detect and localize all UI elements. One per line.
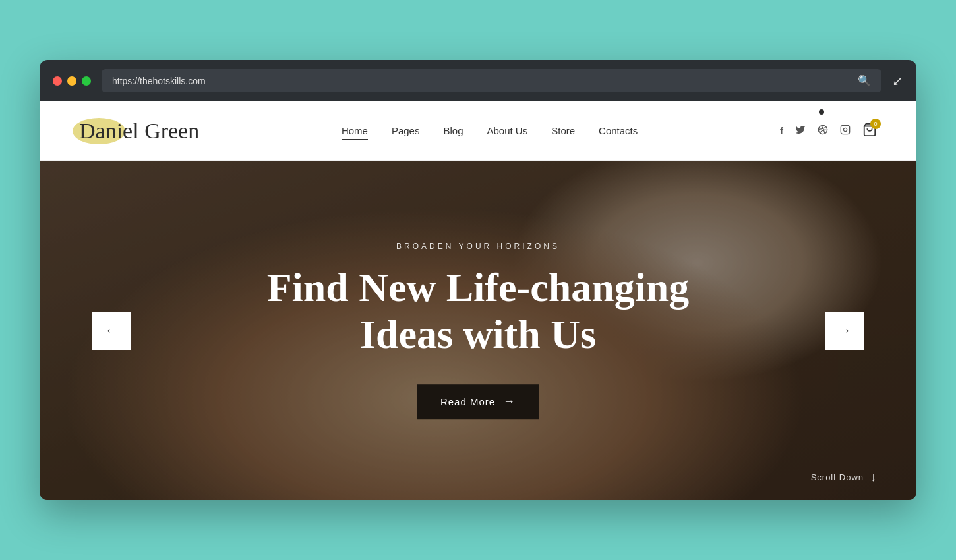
twitter-icon[interactable]: [795, 125, 806, 138]
site-header: Daniel Green Home Pages Blog About Us St…: [40, 101, 916, 161]
nav-item-blog[interactable]: Blog: [443, 125, 463, 136]
hero-content: BROADEN YOUR HORIZONS Find New Life-chan…: [40, 242, 916, 420]
browser-window: https://thehotskills.com 🔍 ⤢ Daniel Gree…: [40, 60, 916, 500]
logo-text: Daniel Green: [79, 119, 199, 144]
cart-button[interactable]: 0: [862, 123, 877, 140]
scroll-down-label: Scroll Down: [811, 472, 864, 482]
logo[interactable]: Daniel Green: [79, 119, 199, 144]
search-icon: 🔍: [858, 74, 871, 87]
instagram-icon[interactable]: [840, 125, 851, 138]
nav-item-home[interactable]: Home: [342, 125, 368, 136]
facebook-icon[interactable]: f: [780, 125, 783, 136]
hero-prev-button[interactable]: ←: [92, 312, 131, 350]
minimize-button[interactable]: [67, 76, 76, 86]
hero-section: ← → BROADEN YOUR HORIZONS Find New Life-…: [40, 161, 916, 500]
hero-title: Find New Life-changing Ideas with Us: [247, 264, 709, 358]
notification-dot: [819, 109, 824, 115]
website: Daniel Green Home Pages Blog About Us St…: [40, 101, 916, 500]
nav-item-pages[interactable]: Pages: [392, 125, 420, 136]
hero-subtitle: BROADEN YOUR HORIZONS: [53, 242, 903, 251]
dribbble-icon[interactable]: [818, 125, 828, 138]
expand-icon[interactable]: ⤢: [892, 73, 903, 89]
cart-badge: 0: [870, 119, 881, 129]
main-nav: Home Pages Blog About Us Store Contacts: [342, 125, 638, 136]
address-bar[interactable]: https://thehotskills.com 🔍: [102, 69, 881, 92]
hero-next-button[interactable]: →: [825, 312, 864, 350]
url-text: https://thehotskills.com: [112, 76, 206, 86]
nav-item-contacts[interactable]: Contacts: [599, 125, 638, 136]
header-right: f: [780, 123, 877, 140]
scroll-down[interactable]: Scroll Down ↓: [811, 470, 877, 484]
close-button[interactable]: [53, 76, 62, 86]
hero-cta-label: Read More: [440, 396, 495, 407]
browser-chrome: https://thehotskills.com 🔍 ⤢: [40, 60, 916, 101]
nav-item-store[interactable]: Store: [551, 125, 575, 136]
traffic-lights: [53, 76, 91, 86]
scroll-down-icon: ↓: [870, 470, 877, 484]
fullscreen-button[interactable]: [82, 76, 91, 86]
hero-cta-button[interactable]: Read More →: [417, 384, 539, 419]
nav-item-about[interactable]: About Us: [487, 125, 528, 136]
svg-rect-1: [841, 125, 849, 134]
hero-cta-arrow: →: [503, 395, 516, 408]
